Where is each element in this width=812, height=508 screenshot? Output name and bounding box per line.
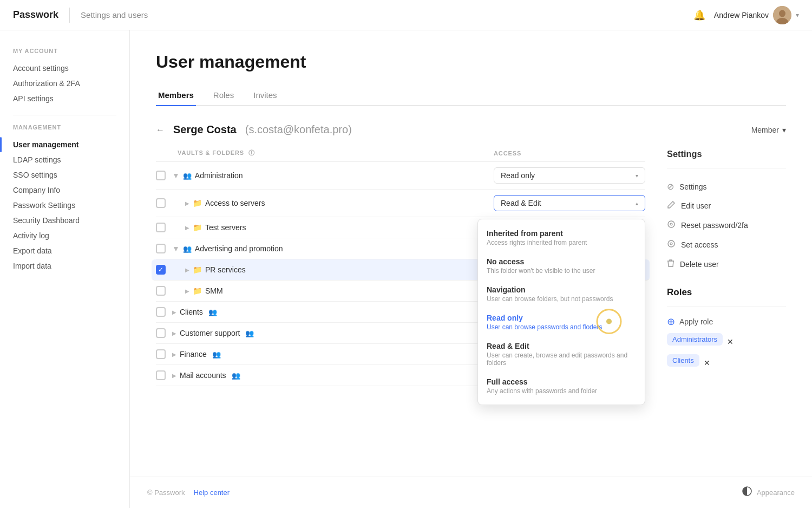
folder-icon: 📁 <box>193 286 202 295</box>
management-section: MANAGEMENT User management LDAP settings… <box>13 124 116 273</box>
appearance-label[interactable]: Appearance <box>757 489 795 497</box>
my-account-section: MY ACCOUNT Account settings Authorizatio… <box>13 48 116 106</box>
content-columns: VAULTS & FOLDERS ⓘ ACCESS ▼ 👥 Administra… <box>156 149 786 386</box>
sidebar-item-security-dashboard[interactable]: Security Dashboard <box>13 213 116 228</box>
settings-action-reset-password[interactable]: Reset password/2fa <box>667 216 786 235</box>
page-title: User management <box>156 52 786 72</box>
sidebar-item-company-info[interactable]: Company Info <box>13 183 116 198</box>
sidebar-divider <box>13 115 116 115</box>
checkbox-finance[interactable] <box>156 349 166 359</box>
vault-name-administration: ▼ 👥 Administration <box>172 171 487 180</box>
checkbox-advertising[interactable] <box>156 244 166 253</box>
svg-point-1 <box>779 10 785 17</box>
member-role-badge[interactable]: Member ▾ <box>751 126 786 134</box>
set-access-icon <box>667 239 676 250</box>
group-icon: 👥 <box>232 372 240 380</box>
checkbox-pr-services[interactable]: ✓ <box>156 265 166 275</box>
user-email: (s.costa@konfeta.pro) <box>245 123 352 136</box>
group-icon: 👥 <box>183 245 192 253</box>
dropdown-item-no-access[interactable]: No access This folder won't be visible t… <box>478 252 645 280</box>
folder-icon: 📁 <box>193 199 202 207</box>
expand-icon: ▼ <box>172 171 180 180</box>
expand-icon: ▼ <box>172 244 180 253</box>
cursor-indicator <box>595 308 623 337</box>
remove-role-clients[interactable]: ✕ <box>704 359 710 367</box>
sidebar-item-sso-settings[interactable]: SSO settings <box>13 167 116 183</box>
app-logo: Passwork <box>13 9 58 21</box>
dropdown-item-inherited[interactable]: Inherited from parent Access rights inhe… <box>478 224 645 252</box>
role-row-clients: Clients ✕ <box>667 354 786 371</box>
sidebar-item-account-settings[interactable]: Account settings <box>13 61 116 76</box>
checkbox-customer-support[interactable] <box>156 328 166 338</box>
vault-name-access-to-servers: ▶ 📁 Access to servers <box>185 199 487 207</box>
back-button[interactable]: ← <box>156 125 165 135</box>
user-menu[interactable]: Andrew Piankov ▾ <box>714 6 799 24</box>
remove-role-administrators[interactable]: ✕ <box>727 337 734 346</box>
checkbox-mail-accounts[interactable] <box>156 370 166 380</box>
sidebar-item-activity-log[interactable]: Activity log <box>13 228 116 243</box>
sidebar-item-api-settings[interactable]: API settings <box>13 91 116 106</box>
dropdown-item-read-only[interactable]: Read only User can browse passwords and … <box>478 308 645 336</box>
svg-point-5 <box>668 221 675 227</box>
settings-action-settings[interactable]: ⊘ Settings <box>667 177 786 196</box>
tab-members[interactable]: Members <box>156 85 196 106</box>
topnav: Passwork Settings and users 🔔 Andrew Pia… <box>0 0 812 30</box>
sidebar-item-export-data[interactable]: Export data <box>13 243 116 258</box>
sidebar-item-authorization[interactable]: Authorization & 2FA <box>13 76 116 91</box>
avatar <box>773 6 791 24</box>
settings-title: Settings <box>667 149 786 159</box>
info-icon: ⓘ <box>248 149 255 156</box>
svg-point-7 <box>668 240 675 247</box>
access-header: ACCESS <box>494 150 645 157</box>
access-dropdown-access-to-servers[interactable]: Read & Edit ▴ <box>494 195 645 211</box>
dropdown-item-read-edit[interactable]: Read & Edit User can create, browse and … <box>478 336 645 372</box>
access-dropdown-administration[interactable]: Read only ▾ <box>494 167 645 184</box>
role-badge-administrators: Administrators <box>667 333 723 346</box>
member-chevron-icon: ▾ <box>782 126 786 134</box>
management-label: MANAGEMENT <box>13 124 116 131</box>
table-row: ▼ 👥 Administration Read only ▾ <box>156 162 645 190</box>
tab-roles[interactable]: Roles <box>211 85 236 106</box>
expand-icon: ▶ <box>172 330 176 336</box>
roles-divider <box>667 307 786 307</box>
tab-invites[interactable]: Invites <box>251 85 279 106</box>
roles-section: Roles ⊕ Apply role Administrators ✕ <box>667 287 786 371</box>
checkbox-access-to-servers[interactable] <box>156 198 166 208</box>
role-badge-clients: Clients <box>667 354 699 367</box>
sidebar-item-user-management[interactable]: User management <box>13 137 116 152</box>
reset-password-icon <box>667 220 676 231</box>
vault-column: VAULTS & FOLDERS ⓘ ACCESS ▼ 👥 Administra… <box>156 149 645 386</box>
delete-user-icon <box>667 259 675 270</box>
dropdown-item-full-access[interactable]: Full access Any actions with passwords a… <box>478 372 645 400</box>
apply-role-button[interactable]: ⊕ Apply role <box>667 316 786 328</box>
settings-action-set-access[interactable]: Set access <box>667 235 786 255</box>
username-label: Andrew Piankov <box>714 11 769 19</box>
user-name: Serge Costa <box>173 123 237 136</box>
dropdown-chevron: ▾ <box>636 173 638 179</box>
group-icon: 👥 <box>245 329 254 337</box>
group-icon: 👥 <box>208 308 217 316</box>
expand-icon: ▶ <box>172 351 176 357</box>
settings-action-edit-user[interactable]: Edit user <box>667 196 786 216</box>
checkbox-administration[interactable] <box>156 171 166 180</box>
nav-title: Settings and users <box>81 10 148 19</box>
my-account-label: MY ACCOUNT <box>13 48 116 54</box>
sidebar-item-passwork-settings[interactable]: Passwork Settings <box>13 198 116 213</box>
help-center-link[interactable]: Help center <box>194 489 230 497</box>
checkbox-test-servers[interactable] <box>156 223 166 232</box>
expand-icon: ▶ <box>185 200 189 206</box>
nav-divider <box>69 8 70 23</box>
settings-action-delete-user[interactable]: Delete user <box>667 255 786 274</box>
settings-icon: ⊘ <box>667 181 674 192</box>
checkbox-smm[interactable] <box>156 286 166 296</box>
table-row: ▶ 📁 Access to servers Read & Edit ▴ <box>156 190 645 217</box>
checkbox-clients[interactable] <box>156 307 166 317</box>
dropdown-item-navigation[interactable]: Navigation User can browse folders, but … <box>478 280 645 308</box>
expand-icon: ▶ <box>185 267 189 273</box>
copyright: © Passwork <box>147 489 185 497</box>
settings-divider <box>667 168 786 168</box>
user-menu-chevron: ▾ <box>796 11 799 19</box>
bell-icon[interactable]: 🔔 <box>693 9 705 21</box>
sidebar-item-ldap-settings[interactable]: LDAP settings <box>13 152 116 167</box>
sidebar-item-import-data[interactable]: Import data <box>13 258 116 273</box>
